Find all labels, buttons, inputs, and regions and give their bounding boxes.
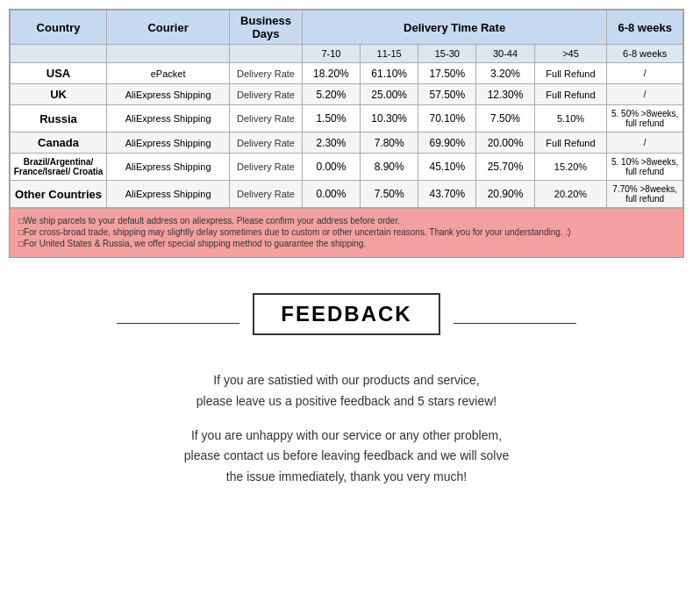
courier-cell: AliExpress Shipping bbox=[107, 133, 230, 154]
col-6-8-weeks-header: 6-8 weeks bbox=[607, 11, 683, 45]
data-c4: 20.90% bbox=[476, 181, 534, 208]
data-c4: 3.20% bbox=[476, 63, 534, 84]
data-c4: 7.50% bbox=[476, 105, 534, 133]
data-c5: Full Refund bbox=[534, 133, 607, 154]
courier-cell: AliExpress Shipping bbox=[107, 84, 230, 105]
data-c1: 0.00% bbox=[302, 154, 360, 181]
data-c3: 70.10% bbox=[418, 105, 476, 133]
data-c5: 15.20% bbox=[534, 154, 607, 181]
notes-section: □We ship parcels to your default address… bbox=[10, 208, 683, 257]
rate-label-cell: Delivery Rate bbox=[230, 133, 303, 154]
data-c2: 61.10% bbox=[361, 63, 418, 84]
feedback-text-2: If you are unhappy with our service or a… bbox=[18, 426, 675, 488]
data-c4: 20.00% bbox=[476, 133, 534, 154]
data-c6: 7.70% >8weeks, full refund bbox=[607, 181, 683, 208]
data-c6: 5. 50% >8weeks, full refund bbox=[607, 105, 683, 133]
sub-6-8weeks: 6-8 weeks bbox=[607, 45, 683, 63]
data-c1: 2.30% bbox=[302, 133, 360, 154]
note-2: □For cross-broad trade, shipping may sli… bbox=[18, 227, 675, 237]
note-3: □For United States & Russia, we offer sp… bbox=[18, 239, 675, 248]
data-c3: 45.10% bbox=[418, 154, 476, 181]
feedback-text-1-line1: If you are satistied with our products a… bbox=[213, 373, 479, 387]
data-c1: 18.20% bbox=[302, 63, 360, 84]
sub-business-days bbox=[230, 45, 303, 63]
data-c3: 43.70% bbox=[418, 181, 476, 208]
table-row: Russia AliExpress Shipping Delivery Rate… bbox=[11, 105, 683, 133]
feedback-text-2-line1: If you are unhappy with our service or a… bbox=[191, 428, 502, 442]
table-row: Other Countries AliExpress Shipping Deli… bbox=[11, 181, 683, 208]
col-country: Country bbox=[11, 11, 107, 45]
table-row: USA ePacket Delivery Rate 18.20% 61.10% … bbox=[11, 63, 683, 84]
sub-30-44: 30-44 bbox=[476, 45, 534, 63]
feedback-section: FEEDBACK If you are satistied with our p… bbox=[9, 276, 684, 497]
country-cell: UK bbox=[11, 84, 107, 105]
feedback-line-left bbox=[117, 323, 239, 324]
sub-7-10: 7-10 bbox=[302, 45, 360, 63]
rate-label-cell: Delivery Rate bbox=[230, 154, 303, 181]
feedback-title: FEEDBACK bbox=[281, 302, 411, 326]
data-c6: 5. 10% >8weeks, full refund bbox=[607, 154, 683, 181]
sub-11-15: 11-15 bbox=[361, 45, 418, 63]
feedback-text-2-line2: please contact us before leaving feedbac… bbox=[184, 448, 509, 462]
data-c1: 0.00% bbox=[302, 181, 360, 208]
table-row: Brazil/Argentina/ France/Israel/ Croatia… bbox=[11, 154, 683, 181]
data-c3: 69.90% bbox=[418, 133, 476, 154]
delivery-table: Country Courier Business Days Delivery T… bbox=[10, 10, 683, 208]
feedback-text-1: If you are satistied with our products a… bbox=[18, 370, 675, 412]
feedback-title-box: FEEDBACK bbox=[253, 293, 439, 335]
note-1: □We ship parcels to your default address… bbox=[18, 216, 675, 226]
data-c6: / bbox=[607, 63, 683, 84]
sub-courier bbox=[107, 45, 230, 63]
feedback-text-2-line3: the issue immediately, thank you very mu… bbox=[226, 469, 467, 483]
data-c2: 25.00% bbox=[361, 84, 418, 105]
rate-label-cell: Delivery Rate bbox=[230, 63, 303, 84]
country-cell: Russia bbox=[11, 105, 107, 133]
col-courier: Courier bbox=[107, 11, 230, 45]
rate-label-cell: Delivery Rate bbox=[230, 181, 303, 208]
data-c5: Full Refund bbox=[534, 63, 607, 84]
data-c4: 12.30% bbox=[476, 84, 534, 105]
feedback-title-wrapper: FEEDBACK bbox=[18, 293, 675, 353]
table-row: Canada AliExpress Shipping Delivery Rate… bbox=[11, 133, 683, 154]
data-c2: 7.50% bbox=[361, 181, 418, 208]
delivery-table-container: Country Courier Business Days Delivery T… bbox=[9, 9, 684, 258]
data-c5: 20.20% bbox=[534, 181, 607, 208]
data-c2: 7.80% bbox=[361, 133, 418, 154]
courier-cell: AliExpress Shipping bbox=[107, 181, 230, 208]
courier-cell: ePacket bbox=[107, 63, 230, 84]
data-c1: 5.20% bbox=[302, 84, 360, 105]
table-row: UK AliExpress Shipping Delivery Rate 5.2… bbox=[11, 84, 683, 105]
country-cell: Brazil/Argentina/ France/Israel/ Croatia bbox=[11, 154, 107, 181]
data-c3: 57.50% bbox=[418, 84, 476, 105]
data-c3: 17.50% bbox=[418, 63, 476, 84]
data-c4: 25.70% bbox=[476, 154, 534, 181]
sub-country bbox=[11, 45, 107, 63]
sub-15-30: 15-30 bbox=[418, 45, 476, 63]
data-c1: 1.50% bbox=[302, 105, 360, 133]
country-cell: Other Countries bbox=[11, 181, 107, 208]
sub-gt45: >45 bbox=[534, 45, 607, 63]
data-c5: Full Refund bbox=[534, 84, 607, 105]
rate-label-cell: Delivery Rate bbox=[230, 84, 303, 105]
feedback-text-1-line2: please leave us a positive feedback and … bbox=[196, 394, 497, 408]
country-cell: USA bbox=[11, 63, 107, 84]
col-business-days: Business Days bbox=[230, 11, 303, 45]
rate-label-cell: Delivery Rate bbox=[230, 105, 303, 133]
courier-cell: AliExpress Shipping bbox=[107, 154, 230, 181]
data-c6: / bbox=[607, 84, 683, 105]
data-c2: 8.90% bbox=[361, 154, 418, 181]
courier-cell: AliExpress Shipping bbox=[107, 105, 230, 133]
data-c5: 5.10% bbox=[534, 105, 607, 133]
data-c2: 10.30% bbox=[361, 105, 418, 133]
data-c6: / bbox=[607, 133, 683, 154]
country-cell: Canada bbox=[11, 133, 107, 154]
col-delivery-time-rate: Delivery Time Rate bbox=[302, 11, 607, 45]
feedback-line-right bbox=[454, 323, 576, 324]
